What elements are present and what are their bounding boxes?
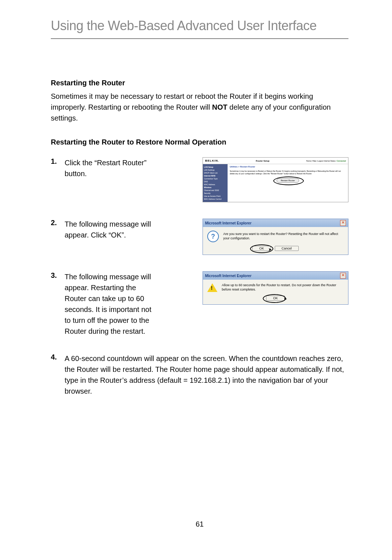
page-title: Using the Web-Based Advanced User Interf… (51, 18, 348, 39)
warning-icon (207, 283, 217, 292)
question-icon: ? (207, 231, 219, 242)
sidebar-item[interactable]: DNS (204, 180, 226, 183)
steps-list: 1. Click the “Restart Router” button. BE… (51, 157, 348, 397)
step-1-image: BELKIN. Router Setup Home | Help | Logou… (155, 157, 348, 202)
sidebar-item[interactable]: Wireless (204, 186, 226, 189)
sidebar-item[interactable]: Connection Type (204, 177, 226, 180)
sidebar-item[interactable]: Internet WAN (204, 174, 226, 177)
step-1-num: 1. (51, 157, 65, 166)
section-heading-restore: Restarting the Router to Restore Normal … (51, 138, 348, 146)
section-heading-restarting: Restarting the Router (51, 79, 348, 87)
step-1-text: Click the “Restart Router” button. (65, 157, 155, 179)
step-3-num: 3. (51, 271, 65, 280)
step-2-text: The following message will appear. Click… (65, 219, 155, 240)
ie-info-dialog: Microsoft Internet Explorer ✕ Allow up t… (203, 271, 348, 305)
section1-paragraph: Sometimes it may be necessary to restart… (51, 91, 348, 123)
cursor-icon: ➤ (283, 296, 287, 301)
close-icon[interactable]: ✕ (340, 220, 346, 226)
step-2: 2. The following message will appear. Cl… (51, 219, 348, 255)
sidebar-item[interactable]: MAC Address Control (204, 198, 226, 200)
close-icon[interactable]: ✕ (340, 273, 346, 279)
sidebar-item[interactable]: Channel and SSID (204, 189, 226, 192)
dialog-title: Microsoft Internet Explorer (205, 274, 252, 278)
ok-button[interactable]: OK (266, 296, 285, 301)
dialog-title: Microsoft Internet Explorer (205, 221, 252, 225)
sidebar-item[interactable]: Use as Access Point (204, 195, 226, 198)
step-2-num: 2. (51, 219, 65, 227)
router-logo: BELKIN. (205, 159, 219, 162)
router-description: Sometimes it may be necessary to Restart… (230, 170, 346, 175)
step-4-text: A 60-second countdown will appear on the… (65, 353, 348, 397)
router-header-links: Home | Help | Logout Internet Status: Co… (306, 160, 346, 162)
step-1: 1. Click the “Restart Router” button. BE… (51, 157, 348, 202)
step-3: 3. The following message will appear. Re… (51, 271, 348, 337)
router-header-title: Router Setup (256, 160, 270, 162)
page-number: 61 (51, 520, 348, 528)
sidebar-item[interactable]: LAN Setup (204, 166, 226, 169)
step-3-image: Microsoft Internet Explorer ✕ Allow up t… (155, 271, 348, 305)
document-page: Using the Web-Based Advanced User Interf… (0, 0, 392, 550)
sidebar-item[interactable]: LAN Settings (204, 169, 226, 171)
sidebar-item[interactable]: Security (204, 192, 226, 195)
sidebar-item[interactable]: DHCP Client List (204, 171, 226, 174)
router-admin-screenshot: BELKIN. Router Setup Home | Help | Logou… (203, 157, 348, 202)
step-4: 4. A 60-second countdown will appear on … (51, 353, 348, 397)
dialog-message: Allow up to 60 seconds for the Router to… (222, 283, 344, 292)
ie-confirm-dialog: Microsoft Internet Explorer ✕ ? Are you … (203, 219, 348, 255)
router-links-text: Home | Help | Logout Internet Status: (306, 160, 336, 162)
router-breadcrumb: Utilities > Restart Router (230, 166, 346, 168)
router-sidebar: LAN Setup LAN Settings DHCP Client List … (203, 164, 228, 202)
step-4-num: 4. (51, 353, 65, 361)
cursor-icon: ➤ (268, 247, 272, 252)
dialog-message: Are you sure you want to restart the Rou… (223, 232, 344, 240)
step-3-text: The following message will appear. Resta… (65, 271, 155, 337)
sidebar-item[interactable]: MAC Address (204, 183, 226, 186)
step-2-image: Microsoft Internet Explorer ✕ ? Are you … (155, 219, 348, 255)
restart-router-button[interactable]: Restart Router (277, 178, 299, 183)
cancel-button[interactable]: Cancel (275, 246, 299, 251)
router-status-connected: Connected (336, 160, 346, 162)
para-part-b-bold: NOT (212, 103, 227, 111)
